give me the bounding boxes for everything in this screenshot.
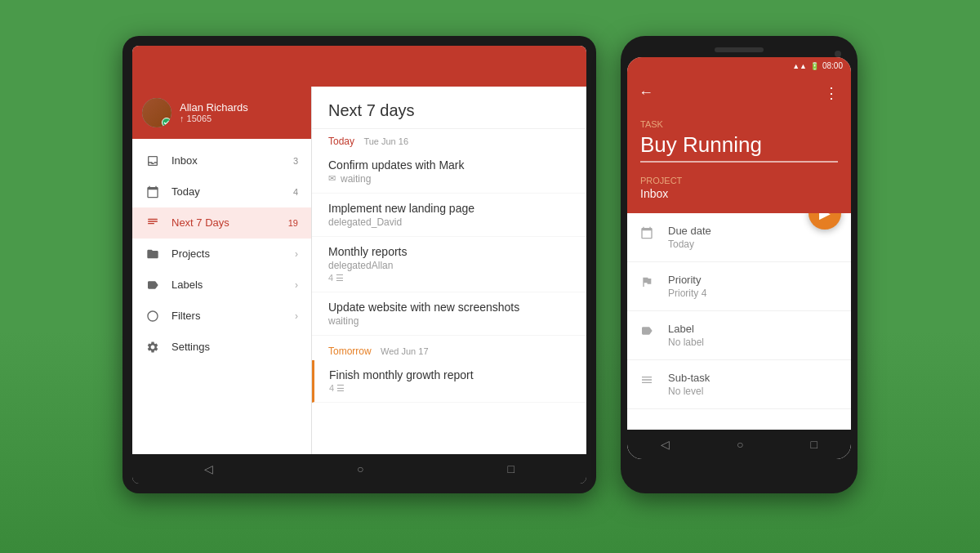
fab-icon: ▶ xyxy=(819,213,831,222)
task-meta: waiting xyxy=(328,315,570,327)
settings-icon xyxy=(145,340,160,355)
inbox-label: Inbox xyxy=(172,154,282,167)
sidebar-item-next7days[interactable]: Next 7 Days 19 xyxy=(132,207,311,239)
phone-camera xyxy=(835,51,841,57)
profile-name: Allan Richards xyxy=(180,101,248,114)
phone-recents-icon[interactable]: □ xyxy=(811,438,817,451)
detail-priority[interactable]: Priority Priority 4 xyxy=(627,262,851,311)
flag-icon xyxy=(640,275,657,291)
task-meta: ✉ waiting xyxy=(328,173,570,185)
task-sub: 4 ☰ xyxy=(329,383,570,394)
recents-nav-icon[interactable]: □ xyxy=(508,462,514,475)
today-label-text: Today xyxy=(328,136,354,147)
phone-project-section: Project Inbox xyxy=(627,176,851,213)
avatar xyxy=(142,98,172,127)
labels-icon xyxy=(145,278,160,292)
phone-screen: ▲▲ 🔋 08:00 ← ⋮ Task Buy Running Project … xyxy=(627,57,851,459)
subtask-icon xyxy=(640,373,657,389)
main-title: Next 7 days xyxy=(312,87,586,129)
label-content: Label No label xyxy=(668,323,704,348)
tablet-header-bar xyxy=(132,46,586,87)
sidebar-item-today[interactable]: Today 4 xyxy=(132,176,311,207)
profile-info: Allan Richards ↑ 15065 xyxy=(180,101,248,123)
sidebar: Allan Richards ↑ 15065 Inbox 3 xyxy=(132,87,312,454)
settings-label: Settings xyxy=(172,341,298,353)
today-icon xyxy=(145,185,160,199)
detail-label[interactable]: Label No label xyxy=(627,311,851,360)
labels-label: Labels xyxy=(172,279,283,291)
sidebar-item-projects[interactable]: Projects › xyxy=(132,239,311,270)
tomorrow-date: Wed Jun 17 xyxy=(381,346,429,356)
calendar-icon xyxy=(640,226,657,242)
tomorrow-label-text: Tomorrow xyxy=(328,346,372,357)
subtask-content: Sub-task No level xyxy=(668,372,710,397)
tablet-nav-bar: ◁ ○ □ xyxy=(132,454,586,484)
scene: Allan Richards ↑ 15065 Inbox 3 xyxy=(0,0,980,553)
tomorrow-section-label: Tomorrow Wed Jun 17 xyxy=(312,339,586,360)
phone-details: ▶ Due date Today xyxy=(627,213,851,430)
task-name: Monthly reports xyxy=(328,245,570,258)
subtask-value: No level xyxy=(668,386,710,397)
status-time: 08:00 xyxy=(822,61,843,70)
task-name: Confirm updates with Mark xyxy=(328,158,570,172)
today-count: 4 xyxy=(293,187,298,197)
svg-rect-1 xyxy=(148,221,158,221)
task-name: Finish monthly growth report xyxy=(329,368,570,381)
phone-back-icon[interactable]: ◁ xyxy=(661,438,670,451)
priority-value: Priority 4 xyxy=(668,288,706,299)
label-value: No label xyxy=(668,337,704,348)
task-confirm-updates[interactable]: Confirm updates with Mark ✉ waiting xyxy=(312,150,586,194)
task-monthly-reports[interactable]: Monthly reports delegatedAllan 4 ☰ xyxy=(312,237,586,292)
more-button[interactable]: ⋮ xyxy=(824,84,840,102)
detail-subtask[interactable]: Sub-task No level xyxy=(627,360,851,409)
task-category-label: Task xyxy=(640,119,838,129)
avatar-badge xyxy=(162,118,172,127)
projects-chevron: › xyxy=(295,248,298,260)
sidebar-item-settings[interactable]: Settings xyxy=(132,332,311,363)
project-value: Inbox xyxy=(640,187,838,200)
sidebar-item-inbox[interactable]: Inbox 3 xyxy=(132,145,311,176)
sidebar-nav: Inbox 3 Today 4 xyxy=(132,139,311,454)
today-section-label: Today Tue Jun 16 xyxy=(312,129,586,150)
sidebar-item-filters[interactable]: Filters › xyxy=(132,301,311,332)
task-title[interactable]: Buy Running xyxy=(640,132,838,163)
today-date: Tue Jun 16 xyxy=(363,136,408,146)
next7days-icon xyxy=(145,216,160,230)
filters-icon xyxy=(145,309,160,323)
home-nav-icon[interactable]: ○ xyxy=(357,462,363,475)
task-meta: delegated_David xyxy=(328,216,570,228)
main-task-list: Next 7 days Today Tue Jun 16 Confirm upd… xyxy=(312,87,586,454)
next7days-count: 19 xyxy=(288,218,298,228)
svg-rect-2 xyxy=(148,223,154,224)
priority-title: Priority xyxy=(668,274,706,286)
profile-points: ↑ 15065 xyxy=(180,114,248,123)
phone: ▲▲ 🔋 08:00 ← ⋮ Task Buy Running Project … xyxy=(621,36,858,493)
label-icon xyxy=(640,324,657,340)
task-implement-landing[interactable]: Implement new landing page delegated_Dav… xyxy=(312,194,586,237)
task-sub: 4 ☰ xyxy=(328,273,570,283)
tablet-body: Allan Richards ↑ 15065 Inbox 3 xyxy=(132,87,586,454)
tablet: Allan Richards ↑ 15065 Inbox 3 xyxy=(122,36,596,493)
task-finish-monthly-growth[interactable]: Finish monthly growth report 4 ☰ xyxy=(312,360,586,403)
label-title: Label xyxy=(668,323,704,335)
subtask-title: Sub-task xyxy=(668,372,710,384)
sidebar-item-labels[interactable]: Labels › xyxy=(132,270,311,301)
svg-rect-0 xyxy=(148,218,158,219)
phone-home-icon[interactable]: ○ xyxy=(737,438,743,451)
task-name: Implement new landing page xyxy=(328,202,570,215)
phone-speaker xyxy=(715,47,764,52)
sidebar-profile: Allan Richards ↑ 15065 xyxy=(132,87,311,139)
email-icon: ✉ xyxy=(328,173,336,184)
phone-toolbar: ← ⋮ xyxy=(627,75,851,111)
labels-chevron: › xyxy=(295,279,298,291)
phone-task-header: Task Buy Running xyxy=(627,111,851,176)
task-update-website[interactable]: Update website with new screenshots wait… xyxy=(312,292,586,336)
filters-label: Filters xyxy=(172,310,283,322)
back-button[interactable]: ← xyxy=(639,84,653,101)
task-meta: delegatedAllan xyxy=(328,260,570,271)
project-label: Project xyxy=(640,176,838,185)
today-label: Today xyxy=(172,185,282,198)
back-nav-icon[interactable]: ◁ xyxy=(204,462,213,475)
phone-status-bar: ▲▲ 🔋 08:00 xyxy=(627,57,851,75)
due-date-value: Today xyxy=(668,239,711,250)
